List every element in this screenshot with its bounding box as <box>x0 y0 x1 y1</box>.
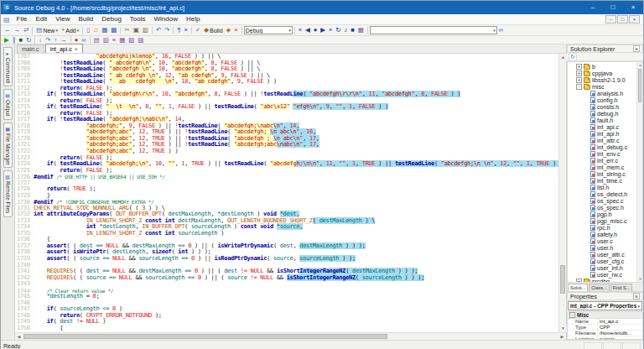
step-out-button[interactable]: ↑ <box>52 36 59 44</box>
nav-history-button[interactable]: ⇄ <box>22 25 30 35</box>
new-file-button[interactable]: ▯ <box>85 25 91 35</box>
expand-icon[interactable]: + <box>576 279 582 284</box>
tree-item-int-env-c[interactable]: int_env.c <box>568 150 642 157</box>
tree-item-pgp-misc-c[interactable]: pgp_misc.c <box>568 217 642 224</box>
tree-item-user-c[interactable]: user.c <box>568 237 642 244</box>
tree-scroll-thumb[interactable] <box>638 69 641 102</box>
mdi-minimize-button[interactable]: – <box>605 15 616 23</box>
maximize-button[interactable]: □ <box>603 1 623 14</box>
tree-item-safety-h[interactable]: safety.h <box>568 231 642 237</box>
callstack-button[interactable]: ≡ <box>111 36 117 44</box>
menu-tools[interactable]: Tools <box>126 14 150 24</box>
close-icon[interactable]: × <box>633 293 640 300</box>
property-value[interactable]: int_api.c <box>598 319 642 324</box>
format-list-button[interactable]: ≡ <box>183 25 190 35</box>
redo-button[interactable]: ↷ <box>163 25 171 35</box>
scroll-right-icon[interactable]: ▶ <box>558 333 566 341</box>
scroll-down-icon[interactable]: ▼ <box>559 325 567 332</box>
tree-item-int-string-c[interactable]: int_string.c <box>568 170 642 177</box>
cut-button[interactable]: ✂ <box>122 25 131 35</box>
tree-item-fault-h[interactable]: fault.h <box>568 117 642 123</box>
tree-item-int-api-c[interactable]: int_api.c <box>568 123 642 130</box>
build-config-select[interactable]: Debug▾ <box>244 26 293 34</box>
note-button[interactable]: ♪ <box>342 25 349 35</box>
save-button[interactable]: ▦ <box>100 25 109 35</box>
run-forward-button[interactable]: ▶ <box>319 25 327 35</box>
breakpoint-button[interactable]: ● <box>73 36 80 44</box>
editor-horizontal-scrollbar[interactable]: ◀ ▶ <box>15 332 566 340</box>
code-line[interactable]: 1735 IN_LENGTH_SHORT_Z const int sourceL… <box>15 231 558 237</box>
tab-main-c[interactable]: main.c <box>17 44 44 53</box>
search-input[interactable]: ▾ <box>370 26 497 34</box>
tree-item-user-int-h[interactable]: user_int.h <box>568 264 642 271</box>
step-forward-nav-button[interactable]: » <box>327 25 334 35</box>
scroll-left-icon[interactable]: ◀ <box>15 333 23 341</box>
threads-button[interactable]: ▦ <box>117 36 127 44</box>
editor-vertical-scrollbar[interactable]: ▲ ▼ <box>558 54 566 332</box>
scroll-down-icon[interactable]: ▼ <box>637 276 643 282</box>
paste-button[interactable]: ▥ <box>141 25 150 35</box>
tree-item-user-cfg-c[interactable]: user_cfg.c <box>568 258 642 264</box>
menu-window[interactable]: Window <box>150 14 182 24</box>
build-hammer-button[interactable]: ◆Build <box>202 25 224 35</box>
expand-icon[interactable]: + <box>576 64 582 70</box>
undo-button[interactable]: ↶ <box>154 25 163 35</box>
collapse-icon[interactable]: - <box>576 84 582 90</box>
tree-item-int-mem-c[interactable]: int_mem.c <box>568 164 642 170</box>
tree-item-int-err-c[interactable]: int_err.c <box>568 157 642 164</box>
tree-item-int-time-c[interactable]: int_time.c <box>568 177 642 184</box>
pause-button[interactable]: ∥ <box>11 36 18 44</box>
mdi-maximize-button[interactable]: □ <box>617 15 628 23</box>
scroll-up-icon[interactable]: ▲ <box>559 54 567 61</box>
close-button[interactable]: × <box>623 1 643 14</box>
memory-button[interactable]: ▤ <box>92 36 101 44</box>
tree-item-pgp-h[interactable]: pgp.h <box>568 211 642 217</box>
mdi-close-button[interactable]: × <box>629 15 640 23</box>
tree-item-libssh2-1-9-0[interactable]: +libssh2-1.9.0 <box>568 76 642 83</box>
code-line[interactable]: 1726#endif /* USE_HTTP || USE_BASE64 || … <box>15 174 558 180</box>
code-line[interactable]: 1743 <box>15 281 558 288</box>
expand-icon[interactable]: + <box>576 70 582 76</box>
menu-view[interactable]: View <box>51 14 74 24</box>
stop-square-button[interactable]: ■ <box>349 25 356 35</box>
code-line[interactable]: 1727 <box>15 180 558 187</box>
panel-tab-finds[interactable]: Find S... <box>610 284 632 291</box>
expand-icon[interactable]: + <box>576 77 582 83</box>
panel-tab-soluti[interactable]: Soluti... <box>568 284 588 291</box>
refresh-icon[interactable]: ↻ <box>569 53 577 61</box>
code-line[interactable]: 1750 { <box>15 326 558 332</box>
pilcrow-button[interactable]: ¶ <box>175 25 182 35</box>
hscroll-thumb[interactable] <box>23 334 387 339</box>
copy-button[interactable]: ▣ <box>132 25 141 35</box>
save-all-button[interactable]: ▩ <box>109 25 118 35</box>
batch-build-button[interactable]: ◈ <box>225 25 233 35</box>
code-line[interactable]: 1729 } <box>15 193 558 200</box>
tree-item-list-h[interactable]: list.h <box>568 184 642 190</box>
property-value[interactable]: CPP <box>598 325 642 330</box>
tree-item-int-api-h[interactable]: int_api.h <box>568 130 642 137</box>
tree-item-config-h[interactable]: config.h <box>568 96 642 103</box>
dock-tab-file-manager[interactable]: ▦File Manager <box>3 122 13 169</box>
code-line[interactable]: 1745 *destLength = 0; <box>15 294 558 300</box>
scroll-up-icon[interactable]: ▲ <box>637 62 643 68</box>
stop-button[interactable]: ■ <box>18 36 25 44</box>
tree-item-misc[interactable]: -misc <box>568 83 642 90</box>
forward-button[interactable]: → <box>13 25 23 35</box>
window-button[interactable]: ▦ <box>356 25 366 35</box>
compile-button[interactable]: ✓ <box>194 25 202 35</box>
close-icon[interactable]: × <box>75 46 78 52</box>
tree-item-os-spec-c[interactable]: os_spec.c <box>568 197 642 204</box>
output-win-button[interactable]: ▧ <box>127 36 136 44</box>
code-line[interactable]: 1725 return( FALSE ); <box>15 168 558 174</box>
close-icon[interactable]: × <box>633 45 640 52</box>
code-line[interactable]: 1739 assert( ( source == NULL && sourceL… <box>15 256 558 263</box>
tree-item-user-rw-c[interactable]: user_rw.c <box>568 271 642 278</box>
run-to-cursor-button[interactable]: → <box>59 36 69 44</box>
menu-help[interactable]: Help <box>182 14 204 24</box>
run-back-button[interactable]: ◀ <box>304 25 312 35</box>
watch-button[interactable]: ∞ <box>80 36 87 44</box>
tree-item-os-detect-h[interactable]: os_detect.h <box>568 190 642 197</box>
code-line[interactable]: 1728 return( TRUE ); <box>15 186 558 193</box>
code-line[interactable]: 1749 if( dest != NULL ) <box>15 319 558 326</box>
tree-item-rpc-h[interactable]: rpc.h <box>568 224 642 231</box>
